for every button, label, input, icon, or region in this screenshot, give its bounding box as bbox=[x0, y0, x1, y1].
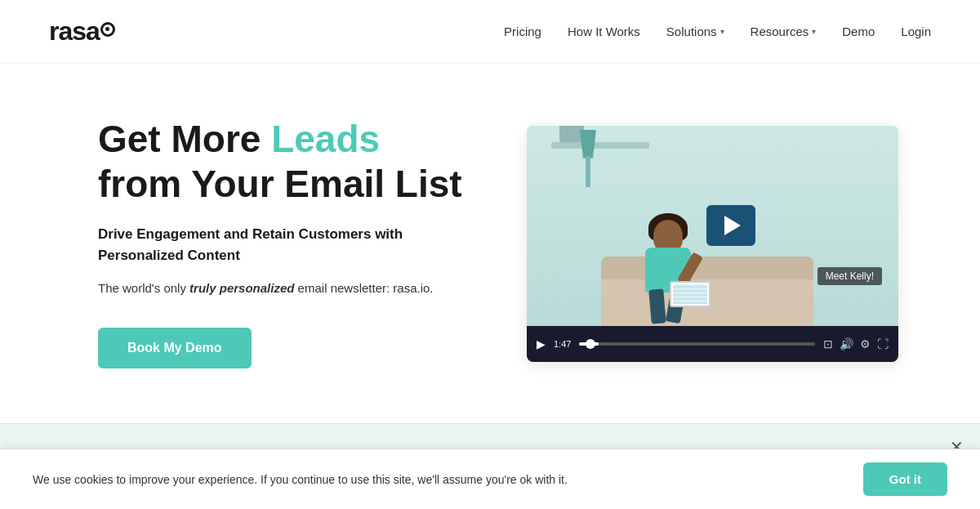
hero-subtitle: Drive Engagement and Retain Customers wi… bbox=[98, 224, 490, 266]
book-demo-button[interactable]: Book My Demo bbox=[98, 328, 252, 368]
play-icon bbox=[724, 216, 741, 235]
video-progress-bar[interactable] bbox=[579, 342, 815, 346]
closed-captions-icon[interactable]: ⊡ bbox=[823, 337, 833, 350]
meet-kelly-badge: Meet Kelly! bbox=[817, 267, 882, 285]
nav-demo[interactable]: Demo bbox=[842, 25, 875, 38]
hero-title-line2: from Your Email List bbox=[98, 163, 490, 205]
nav-solutions[interactable]: Solutions ▾ bbox=[666, 25, 724, 38]
logo-icon bbox=[100, 22, 115, 37]
cookie-bar: We use cookies to improve your experienc… bbox=[0, 449, 980, 509]
hero-desc-text1: The world's only bbox=[98, 281, 189, 295]
hero-description: The world's only truly personalized emai… bbox=[98, 279, 490, 298]
char-laptop bbox=[670, 281, 710, 307]
nav-pricing[interactable]: Pricing bbox=[504, 25, 541, 38]
logo-text: rasa bbox=[49, 16, 100, 47]
room-lamp bbox=[572, 130, 604, 187]
volume-icon[interactable]: 🔊 bbox=[840, 337, 853, 350]
hero-title-static: Get More bbox=[98, 118, 261, 160]
nav-login[interactable]: Login bbox=[901, 25, 931, 38]
hero-title-line1: Get More Leads bbox=[98, 118, 490, 160]
video-play-icon[interactable]: ▶ bbox=[537, 337, 546, 350]
hero-section: Get More Leads from Your Email List Driv… bbox=[0, 64, 980, 423]
nav-resources[interactable]: Resources ▾ bbox=[751, 25, 817, 38]
play-button[interactable] bbox=[706, 205, 755, 246]
video-time: 1:47 bbox=[554, 339, 571, 349]
settings-icon[interactable]: ⚙ bbox=[860, 337, 871, 350]
char-leg-left bbox=[648, 288, 666, 324]
hero-content: Get More Leads from Your Email List Driv… bbox=[98, 118, 490, 368]
cookie-accept-button[interactable]: Got it bbox=[863, 462, 947, 496]
video-player: Meet Kelly! ▶ 1:47 ⊡ 🔊 ⚙ ⛶ bbox=[527, 126, 898, 362]
resources-chevron-icon: ▾ bbox=[812, 27, 816, 36]
cookie-message: We use cookies to improve your experienc… bbox=[33, 473, 568, 486]
video-progress-dot bbox=[586, 339, 595, 349]
header: rasa Pricing How It Works Solutions ▾ Re… bbox=[0, 0, 980, 64]
hero-desc-italic: truly personalized bbox=[189, 281, 294, 295]
hero-title-highlight: Leads bbox=[271, 118, 380, 160]
logo: rasa bbox=[49, 16, 115, 47]
video-preview: Meet Kelly! bbox=[527, 126, 898, 326]
nav-how-it-works[interactable]: How It Works bbox=[568, 25, 640, 38]
solutions-chevron-icon: ▾ bbox=[720, 27, 724, 36]
character bbox=[635, 220, 701, 326]
video-control-icons: ⊡ 🔊 ⚙ ⛶ bbox=[823, 337, 889, 350]
video-controls: ▶ 1:47 ⊡ 🔊 ⚙ ⛶ bbox=[527, 326, 898, 362]
main-nav: Pricing How It Works Solutions ▾ Resourc… bbox=[504, 25, 931, 38]
hero-desc-text2: email newsletter: rasa.io. bbox=[294, 281, 433, 295]
fullscreen-icon[interactable]: ⛶ bbox=[877, 337, 889, 350]
